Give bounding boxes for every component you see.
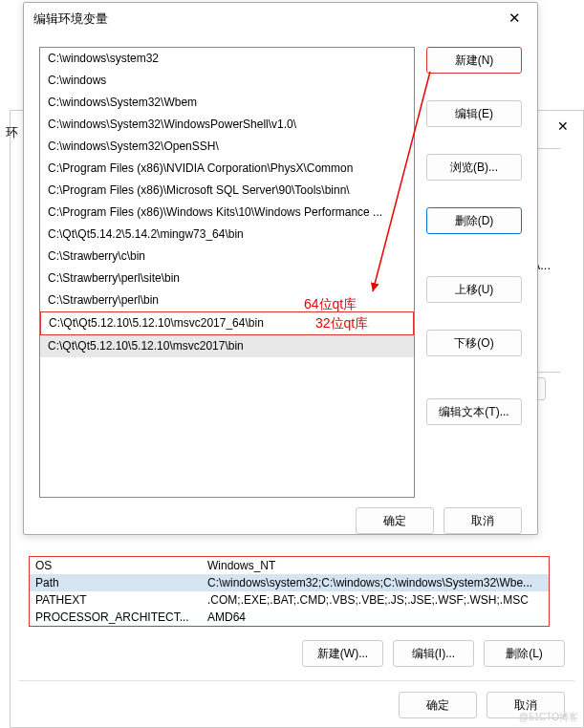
list-item[interactable]: C:\Strawberry\perl\site\bin: [40, 268, 414, 289]
parent-footer: 确定 取消: [0, 692, 565, 718]
list-item[interactable]: C:\Qt\Qt5.14.2\5.14.2\mingw73_64\bin: [40, 224, 414, 246]
close-icon[interactable]: ✕: [557, 118, 569, 134]
list-item-highlighted[interactable]: C:\Qt\Qt5.12.10\5.12.10\msvc2017_64\bin: [40, 311, 414, 335]
path-listbox[interactable]: C:\windows\system32 C:\windows C:\window…: [39, 47, 415, 498]
ok-button[interactable]: 确定: [399, 692, 477, 718]
browse-button[interactable]: 浏览(B)...: [426, 154, 522, 181]
list-item[interactable]: C:\windows\System32\Wbem: [40, 92, 414, 114]
new-button[interactable]: 新建(N): [426, 47, 522, 74]
table-row[interactable]: PROCESSOR_ARCHITECT...AMD64: [30, 609, 549, 626]
watermark: @51CTO博客: [519, 711, 578, 724]
titlebar: 编辑环境变量 ✕: [24, 3, 537, 35]
table-row-selected[interactable]: PathC:\windows\system32;C:\windows;C:\wi…: [30, 574, 549, 591]
new-var-button[interactable]: 新建(W)...: [302, 640, 383, 667]
list-item[interactable]: C:\windows: [40, 70, 414, 92]
edit-env-dialog: 编辑环境变量 ✕ C:\windows\system32 C:\windows …: [23, 2, 538, 535]
edit-var-button[interactable]: 编辑(I)...: [393, 640, 474, 667]
list-item[interactable]: C:\windows\System32\OpenSSH\: [40, 136, 414, 158]
divider: [19, 680, 574, 681]
move-down-button[interactable]: 下移(O): [426, 330, 522, 356]
delete-var-button[interactable]: 删除(L): [484, 640, 565, 667]
cancel-button[interactable]: 取消: [443, 507, 522, 534]
edit-button[interactable]: 编辑(E): [426, 100, 522, 127]
close-icon[interactable]: ✕: [501, 6, 528, 32]
dialog-footer: 确定 取消: [24, 503, 537, 546]
table-row[interactable]: PATHEXT.COM;.EXE;.BAT;.CMD;.VBS;.VBE;.JS…: [30, 591, 549, 609]
parent-label: 环: [6, 124, 18, 141]
list-item[interactable]: C:\Program Files (x86)\NVIDIA Corporatio…: [40, 158, 414, 180]
env-buttons-row: 新建(W)... 编辑(I)... 删除(L): [0, 640, 565, 667]
list-item[interactable]: C:\Program Files (x86)\Microsoft SQL Ser…: [40, 180, 414, 202]
list-item[interactable]: C:\Strawberry\c\bin: [40, 246, 414, 268]
list-item[interactable]: C:\Strawberry\perl\bin: [40, 289, 414, 311]
env-vars-table[interactable]: OSWindows_NT PathC:\windows\system32;C:\…: [29, 556, 550, 627]
list-item[interactable]: C:\windows\system32: [40, 48, 414, 70]
dialog-title: 编辑环境变量: [33, 11, 501, 28]
list-item[interactable]: C:\windows\System32\WindowsPowerShell\v1…: [40, 114, 414, 136]
delete-button[interactable]: 删除(D): [426, 207, 522, 234]
edit-text-button[interactable]: 编辑文本(T)...: [426, 398, 522, 425]
list-item-selected[interactable]: C:\Qt\Qt5.12.10\5.12.10\msvc2017\bin: [40, 335, 414, 357]
button-column: 新建(N) 编辑(E) 浏览(B)... 删除(D) 上移(U) 下移(O) 编…: [426, 47, 522, 498]
ok-button[interactable]: 确定: [356, 507, 434, 534]
table-row[interactable]: OSWindows_NT: [30, 557, 549, 574]
list-item[interactable]: C:\Program Files (x86)\Windows Kits\10\W…: [40, 202, 414, 224]
move-up-button[interactable]: 上移(U): [426, 276, 522, 303]
